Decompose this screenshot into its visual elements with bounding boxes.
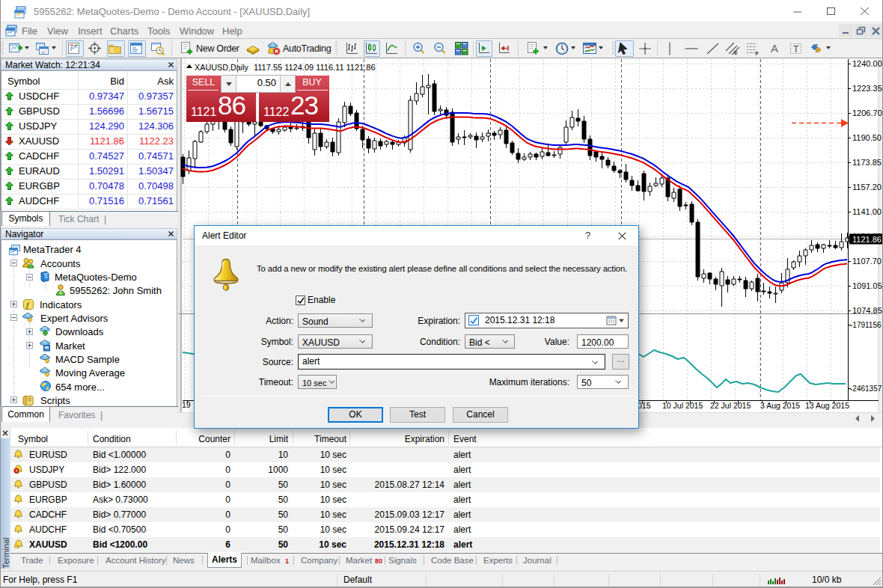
svg-text:1173.85: 1173.85 — [852, 158, 882, 167]
svg-text:A: A — [771, 42, 778, 55]
svg-text:1121.86: 1121.86 — [852, 235, 882, 244]
svg-text:XAUUSD,Daily: XAUUSD,Daily — [195, 63, 249, 72]
svg-text:-2461357: -2461357 — [850, 385, 882, 393]
svg-text:1206.70: 1206.70 — [852, 108, 882, 117]
svg-text:1117.55 1124.09 1116.11 1121.8: 1117.55 1124.09 1116.11 1121.86 — [254, 63, 376, 72]
svg-text:13 Aug 2015: 13 Aug 2015 — [805, 401, 849, 410]
svg-text:3 Aug 2015: 3 Aug 2015 — [760, 401, 800, 410]
svg-text:-1791156: -1791156 — [850, 321, 882, 329]
svg-text:1141.00: 1141.00 — [852, 207, 882, 216]
svg-text:1240.00: 1240.00 — [852, 59, 882, 68]
svg-text:F: F — [756, 51, 760, 56]
svg-text:10 Jul 2015: 10 Jul 2015 — [662, 401, 703, 410]
svg-text:1190.50: 1190.50 — [852, 133, 882, 142]
svg-text:1091.05: 1091.05 — [852, 281, 882, 290]
svg-text:1074.85: 1074.85 — [852, 306, 882, 315]
svg-text:19: 19 — [182, 400, 191, 409]
svg-text:T: T — [793, 44, 799, 55]
svg-text:1107.70: 1107.70 — [852, 257, 882, 266]
svg-text:22 Jul 2015: 22 Jul 2015 — [710, 401, 751, 410]
svg-text:015: 015 — [638, 401, 651, 410]
svg-text:1223.35: 1223.35 — [852, 84, 882, 93]
svg-text:E: E — [734, 50, 738, 55]
svg-text:1157.20: 1157.20 — [852, 183, 882, 192]
